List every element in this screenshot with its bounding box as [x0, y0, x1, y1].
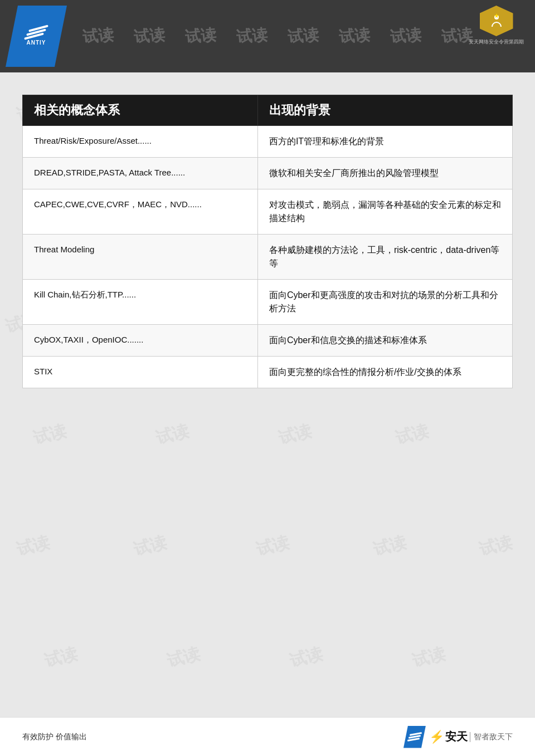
- table-cell-left: CAPEC,CWE,CVE,CVRF，MAEC，NVD......: [23, 189, 258, 235]
- footer-right: ⚡ 安天 智者敌天下: [403, 726, 513, 748]
- table-cell-right: 面向Cyber和信息交换的描述和标准体系: [257, 325, 512, 357]
- footer-brand-sub: 智者敌天下: [470, 732, 513, 742]
- footer-brand-text: 安天: [445, 729, 468, 744]
- header-watermark: 试读: [380, 23, 432, 49]
- table-cell-left: Kill Chain,钻石分析,TTP......: [23, 280, 258, 325]
- logo-text: ANTIY: [27, 40, 46, 46]
- footer-left-text: 有效防护 价值输出: [22, 732, 87, 742]
- table-row: Kill Chain,钻石分析,TTP......面向Cyber和更高强度的攻击…: [23, 280, 513, 325]
- table-cell-right: 各种威胁建模的方法论，工具，risk-centric，data-driven等等: [257, 235, 512, 280]
- footer-logo-icon: [403, 726, 426, 748]
- table-row: DREAD,STRIDE,PASTA, Attack Tree......微软和…: [23, 158, 513, 189]
- header-right-subtitle: 安天网络安全令营第四期: [469, 38, 524, 46]
- bg-watermark: 试读: [132, 531, 170, 562]
- table-cell-right: 对攻击模式，脆弱点，漏洞等各种基础的安全元素的标定和描述结构: [257, 189, 512, 235]
- table-row: Threat Modeling各种威胁建模的方法论，工具，risk-centri…: [23, 235, 513, 280]
- header-badge-icon: [480, 6, 513, 36]
- header-watermark: 试读: [328, 23, 381, 49]
- table-row: CAPEC,CWE,CVE,CVRF，MAEC，NVD......对攻击模式，脆…: [23, 189, 513, 235]
- header-watermark: 试读: [226, 23, 279, 49]
- main-content: 相关的概念体系 出现的背景 Threat/Risk/Exposure/Asset…: [0, 72, 535, 444]
- header: 试读 试读 试读 试读 试读 试读 试读 试读 ANTIY: [0, 0, 535, 72]
- table-cell-right: 微软和相关安全厂商所推出的风险管理模型: [257, 158, 512, 189]
- table-row: STIX面向更完整的综合性的情报分析/作业/交换的体系: [23, 357, 513, 388]
- bg-watermark: 试读: [288, 642, 326, 673]
- bg-watermark: 试读: [165, 642, 203, 673]
- bg-watermark: 试读: [14, 531, 53, 562]
- table-cell-left: Threat/Risk/Exposure/Asset......: [23, 126, 258, 158]
- table-row: CybOX,TAXII，OpenIOC.......面向Cyber和信息交换的描…: [23, 325, 513, 357]
- header-right-logo: 安天网络安全令营第四期: [469, 6, 524, 46]
- table-cell-left: DREAD,STRIDE,PASTA, Attack Tree......: [23, 158, 258, 189]
- header-watermark: 试读: [277, 23, 330, 49]
- table-cell-left: STIX: [23, 357, 258, 388]
- header-watermark: 试读: [72, 23, 125, 49]
- header-watermark: 试读: [123, 23, 176, 49]
- header-watermark: 试读: [174, 23, 227, 49]
- concept-table: 相关的概念体系 出现的背景 Threat/Risk/Exposure/Asset…: [22, 95, 513, 388]
- header-watermarks: 试读 试读 试读 试读 试读 试读 试读 试读: [0, 0, 535, 72]
- table-cell-right: 面向Cyber和更高强度的攻击和对抗的场景的分析工具和分析方法: [257, 280, 512, 325]
- footer-brand: ⚡ 安天 智者敌天下: [429, 729, 513, 744]
- bg-watermark: 试读: [42, 642, 81, 673]
- bg-watermark: 试读: [254, 531, 293, 562]
- table-row: Threat/Risk/Exposure/Asset......西方的IT管理和…: [23, 126, 513, 158]
- bg-watermark: 试读: [477, 531, 515, 562]
- footer: 有效防护 价值输出 ⚡ 安天 智者敌天下: [0, 717, 535, 756]
- table-cell-right: 面向更完整的综合性的情报分析/作业/交换的体系: [257, 357, 512, 388]
- table-header-right: 出现的背景: [257, 95, 512, 126]
- table-header-left: 相关的概念体系: [23, 95, 258, 126]
- page-wrapper: 试读 试读 试读 试读 试读 试读 试读 试读 试读 试读 试读 试读 试读 试…: [0, 0, 535, 756]
- table-cell-left: Threat Modeling: [23, 235, 258, 280]
- bg-watermark: 试读: [371, 531, 410, 562]
- bg-watermark: 试读: [410, 642, 449, 673]
- table-cell-left: CybOX,TAXII，OpenIOC.......: [23, 325, 258, 357]
- table-cell-right: 西方的IT管理和标准化的背景: [257, 126, 512, 158]
